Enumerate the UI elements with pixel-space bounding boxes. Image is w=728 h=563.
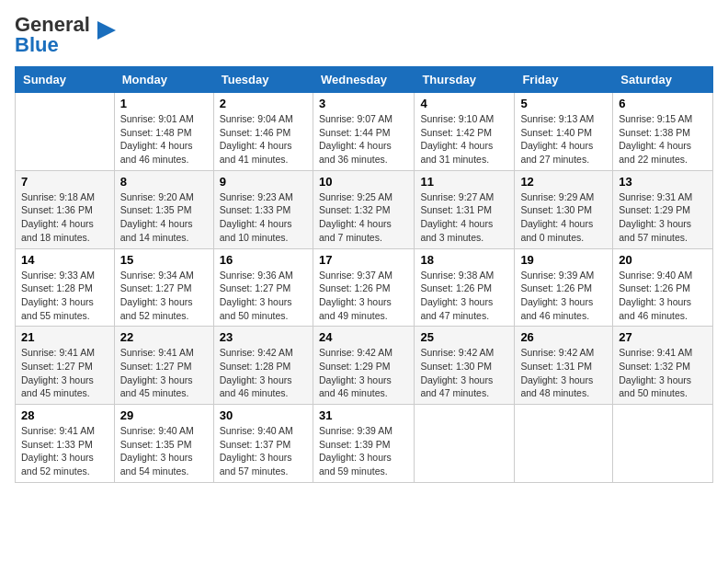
cell-w3d2: 15Sunrise: 9:34 AM Sunset: 1:27 PM Dayli… bbox=[114, 248, 213, 327]
day-number: 1 bbox=[120, 97, 208, 110]
day-number: 10 bbox=[319, 175, 408, 189]
cell-w5d6 bbox=[515, 405, 613, 483]
day-info: Sunrise: 9:15 AM Sunset: 1:38 PM Dayligh… bbox=[619, 112, 707, 167]
day-number: 29 bbox=[120, 408, 208, 422]
day-info: Sunrise: 9:23 AM Sunset: 1:33 PM Dayligh… bbox=[220, 190, 307, 245]
header-monday: Monday bbox=[114, 67, 213, 93]
day-info: Sunrise: 9:42 AM Sunset: 1:31 PM Dayligh… bbox=[520, 346, 607, 400]
cell-w5d5 bbox=[415, 405, 515, 483]
day-info: Sunrise: 9:25 AM Sunset: 1:32 PM Dayligh… bbox=[319, 190, 408, 245]
day-info: Sunrise: 9:04 AM Sunset: 1:46 PM Dayligh… bbox=[220, 112, 307, 167]
cell-w5d2: 29Sunrise: 9:40 AM Sunset: 1:35 PM Dayli… bbox=[114, 405, 213, 483]
day-info: Sunrise: 9:39 AM Sunset: 1:26 PM Dayligh… bbox=[520, 269, 607, 323]
cell-w3d4: 17Sunrise: 9:37 AM Sunset: 1:26 PM Dayli… bbox=[313, 248, 414, 327]
cell-w1d1 bbox=[16, 93, 115, 171]
day-info: Sunrise: 9:37 AM Sunset: 1:26 PM Dayligh… bbox=[319, 269, 408, 323]
cell-w2d2: 8Sunrise: 9:20 AM Sunset: 1:35 PM Daylig… bbox=[114, 170, 213, 248]
day-info: Sunrise: 9:41 AM Sunset: 1:27 PM Dayligh… bbox=[21, 346, 108, 400]
day-number: 17 bbox=[319, 253, 408, 267]
day-info: Sunrise: 9:42 AM Sunset: 1:28 PM Dayligh… bbox=[220, 346, 307, 400]
cell-w3d3: 16Sunrise: 9:36 AM Sunset: 1:27 PM Dayli… bbox=[213, 248, 313, 327]
day-number: 20 bbox=[619, 253, 707, 267]
day-info: Sunrise: 9:07 AM Sunset: 1:44 PM Dayligh… bbox=[319, 112, 408, 167]
cell-w3d6: 19Sunrise: 9:39 AM Sunset: 1:26 PM Dayli… bbox=[515, 248, 613, 327]
logo-text: GeneralBlue bbox=[15, 15, 90, 55]
cell-w3d5: 18Sunrise: 9:38 AM Sunset: 1:26 PM Dayli… bbox=[415, 248, 515, 327]
day-info: Sunrise: 9:20 AM Sunset: 1:35 PM Dayligh… bbox=[120, 190, 208, 245]
day-number: 27 bbox=[619, 330, 707, 344]
cell-w1d3: 2Sunrise: 9:04 AM Sunset: 1:46 PM Daylig… bbox=[213, 93, 313, 171]
day-number: 31 bbox=[319, 408, 408, 422]
day-number: 18 bbox=[420, 253, 508, 267]
day-number: 13 bbox=[619, 175, 707, 189]
day-number: 8 bbox=[120, 175, 208, 189]
cell-w4d2: 22Sunrise: 9:41 AM Sunset: 1:27 PM Dayli… bbox=[114, 327, 213, 405]
day-number: 23 bbox=[220, 330, 307, 344]
header-saturday: Saturday bbox=[613, 67, 713, 93]
logo: GeneralBlue bbox=[15, 15, 119, 55]
logo-blue: Blue bbox=[15, 33, 59, 56]
header-tuesday: Tuesday bbox=[213, 67, 313, 93]
cell-w1d6: 5Sunrise: 9:13 AM Sunset: 1:40 PM Daylig… bbox=[515, 93, 613, 171]
day-number: 25 bbox=[420, 330, 508, 344]
cell-w4d5: 25Sunrise: 9:42 AM Sunset: 1:30 PM Dayli… bbox=[415, 327, 515, 405]
day-number: 2 bbox=[220, 97, 307, 110]
day-info: Sunrise: 9:38 AM Sunset: 1:26 PM Dayligh… bbox=[420, 269, 508, 323]
week-row-5: 28Sunrise: 9:41 AM Sunset: 1:33 PM Dayli… bbox=[16, 405, 713, 483]
day-number: 4 bbox=[420, 97, 508, 110]
cell-w1d2: 1Sunrise: 9:01 AM Sunset: 1:48 PM Daylig… bbox=[114, 93, 213, 171]
day-info: Sunrise: 9:39 AM Sunset: 1:39 PM Dayligh… bbox=[319, 424, 408, 478]
week-row-2: 7Sunrise: 9:18 AM Sunset: 1:36 PM Daylig… bbox=[16, 170, 713, 248]
day-number: 21 bbox=[21, 330, 108, 344]
day-info: Sunrise: 9:27 AM Sunset: 1:31 PM Dayligh… bbox=[420, 190, 508, 245]
day-info: Sunrise: 9:42 AM Sunset: 1:30 PM Dayligh… bbox=[420, 346, 508, 400]
calendar-table: SundayMondayTuesdayWednesdayThursdayFrid… bbox=[15, 66, 713, 483]
cell-w2d1: 7Sunrise: 9:18 AM Sunset: 1:36 PM Daylig… bbox=[16, 170, 115, 248]
day-number: 12 bbox=[520, 175, 607, 189]
logo-icon bbox=[94, 17, 119, 43]
day-info: Sunrise: 9:10 AM Sunset: 1:42 PM Dayligh… bbox=[420, 112, 508, 167]
cell-w4d7: 27Sunrise: 9:41 AM Sunset: 1:32 PM Dayli… bbox=[613, 327, 713, 405]
day-info: Sunrise: 9:33 AM Sunset: 1:28 PM Dayligh… bbox=[21, 269, 108, 323]
day-info: Sunrise: 9:40 AM Sunset: 1:35 PM Dayligh… bbox=[120, 424, 208, 478]
day-info: Sunrise: 9:40 AM Sunset: 1:26 PM Dayligh… bbox=[619, 269, 707, 323]
cell-w5d1: 28Sunrise: 9:41 AM Sunset: 1:33 PM Dayli… bbox=[16, 405, 115, 483]
cell-w2d7: 13Sunrise: 9:31 AM Sunset: 1:29 PM Dayli… bbox=[613, 170, 713, 248]
header-sunday: Sunday bbox=[16, 67, 115, 93]
header-row: SundayMondayTuesdayWednesdayThursdayFrid… bbox=[16, 67, 713, 93]
week-row-4: 21Sunrise: 9:41 AM Sunset: 1:27 PM Dayli… bbox=[16, 327, 713, 405]
day-number: 15 bbox=[120, 253, 208, 267]
cell-w3d1: 14Sunrise: 9:33 AM Sunset: 1:28 PM Dayli… bbox=[16, 248, 115, 327]
day-info: Sunrise: 9:18 AM Sunset: 1:36 PM Dayligh… bbox=[21, 190, 108, 245]
header-friday: Friday bbox=[515, 67, 613, 93]
day-number: 28 bbox=[21, 408, 108, 422]
day-info: Sunrise: 9:29 AM Sunset: 1:30 PM Dayligh… bbox=[520, 190, 607, 245]
day-number: 3 bbox=[319, 97, 408, 110]
header-wednesday: Wednesday bbox=[313, 67, 414, 93]
day-number: 30 bbox=[220, 408, 307, 422]
day-info: Sunrise: 9:41 AM Sunset: 1:32 PM Dayligh… bbox=[619, 346, 707, 400]
day-info: Sunrise: 9:36 AM Sunset: 1:27 PM Dayligh… bbox=[220, 269, 307, 323]
cell-w5d3: 30Sunrise: 9:40 AM Sunset: 1:37 PM Dayli… bbox=[213, 405, 313, 483]
cell-w5d4: 31Sunrise: 9:39 AM Sunset: 1:39 PM Dayli… bbox=[313, 405, 414, 483]
day-info: Sunrise: 9:42 AM Sunset: 1:29 PM Dayligh… bbox=[319, 346, 408, 400]
day-number: 7 bbox=[21, 175, 108, 189]
day-number: 22 bbox=[120, 330, 208, 344]
cell-w4d1: 21Sunrise: 9:41 AM Sunset: 1:27 PM Dayli… bbox=[16, 327, 115, 405]
day-number: 16 bbox=[220, 253, 307, 267]
header-thursday: Thursday bbox=[415, 67, 515, 93]
day-info: Sunrise: 9:13 AM Sunset: 1:40 PM Dayligh… bbox=[520, 112, 607, 167]
cell-w2d5: 11Sunrise: 9:27 AM Sunset: 1:31 PM Dayli… bbox=[415, 170, 515, 248]
cell-w1d4: 3Sunrise: 9:07 AM Sunset: 1:44 PM Daylig… bbox=[313, 93, 414, 171]
day-info: Sunrise: 9:41 AM Sunset: 1:27 PM Dayligh… bbox=[120, 346, 208, 400]
day-number: 9 bbox=[220, 175, 307, 189]
day-info: Sunrise: 9:34 AM Sunset: 1:27 PM Dayligh… bbox=[120, 269, 208, 323]
day-number: 19 bbox=[520, 253, 607, 267]
day-info: Sunrise: 9:40 AM Sunset: 1:37 PM Dayligh… bbox=[220, 424, 307, 478]
cell-w5d7 bbox=[613, 405, 713, 483]
day-number: 24 bbox=[319, 330, 408, 344]
page-header: GeneralBlue bbox=[15, 15, 713, 55]
day-number: 11 bbox=[420, 175, 508, 189]
cell-w1d5: 4Sunrise: 9:10 AM Sunset: 1:42 PM Daylig… bbox=[415, 93, 515, 171]
day-number: 6 bbox=[619, 97, 707, 110]
